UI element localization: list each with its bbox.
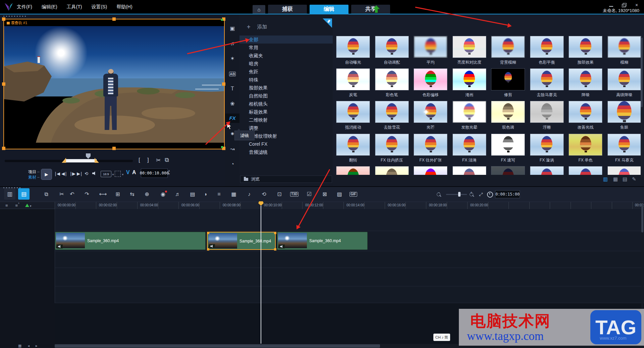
effect-色彩平衡[interactable]: ✦色彩平衡 — [528, 36, 567, 65]
category-全部[interactable]: 全部 — [239, 36, 333, 44]
fit-timeline-icon[interactable]: ⤢ — [479, 192, 483, 197]
frame-back-button[interactable]: ◀❘ — [61, 171, 67, 176]
motion-icon[interactable]: ↝ — [225, 144, 239, 154]
effect-partial-1[interactable]: ✦ — [334, 166, 373, 175]
zoom-out-icon[interactable]: − — [437, 192, 440, 198]
enlarge-preview-icon[interactable]: ⧉ — [165, 157, 169, 163]
timeline-timecode[interactable]: 0:00:15:00 — [495, 190, 520, 198]
effect-抵消摇动[interactable]: ✦抵消摇动 — [334, 101, 373, 130]
scroll-left-icon[interactable]: ◂ — [28, 344, 30, 348]
project-mode-button[interactable]: 项目 — [28, 169, 40, 175]
clip-trim-handle[interactable] — [274, 232, 276, 234]
swap-tracks-icon[interactable]: ⇆ — [127, 190, 137, 199]
title-3d-icon[interactable]: T3D — [290, 192, 299, 197]
effect-平均[interactable]: ✦平均 — [411, 36, 450, 65]
grid-view-icon[interactable]: ▦ — [613, 176, 618, 182]
effect-FX 马赛克[interactable]: ✦FX 马赛克 — [605, 134, 644, 163]
effect-炭笔[interactable]: ✦炭笔 — [334, 68, 373, 98]
category-收藏夹[interactable]: 收藏夹 — [239, 52, 333, 60]
zoom-in-icon[interactable]: + — [470, 192, 473, 198]
effect-改善光线[interactable]: ✦改善光线 — [566, 101, 605, 130]
effect-partial-3[interactable]: ✦ — [411, 166, 450, 175]
chevron-down-icon[interactable]: ▼ — [112, 173, 114, 176]
clip-trim-handle[interactable] — [207, 232, 209, 234]
add-track-icon[interactable]: ≡+ — [15, 203, 18, 208]
effect-自动曝光[interactable]: ✦自动曝光 — [334, 36, 373, 65]
speed-chart-icon[interactable]: ▨ — [335, 190, 344, 199]
category-暗房[interactable]: 暗房 — [239, 60, 333, 68]
category-相机镜头[interactable]: 相机镜头 — [239, 100, 333, 108]
redo-icon[interactable]: ↷ — [82, 190, 92, 199]
zoom-slider-thumb[interactable] — [458, 192, 461, 197]
insert-media-icon[interactable]: ⊞ — [113, 190, 122, 199]
menu-item[interactable]: 文件(F) — [17, 4, 32, 10]
category-音频滤镜[interactable]: 音频滤镜 — [239, 148, 333, 156]
menu-item[interactable]: 工具(T) — [67, 4, 82, 10]
display-icon[interactable]: ▥ — [603, 176, 608, 182]
add-chapter-icon[interactable]: ▦ — [18, 344, 21, 348]
previous-clip-button[interactable]: ❘◀ — [54, 171, 59, 176]
effect-FX 涟漪[interactable]: ✦FX 涟漪 — [450, 134, 489, 163]
timeline-ruler[interactable]: 00:00:00:0000:00:02:0000:00:04:0000:00:0… — [55, 202, 644, 209]
home-tab-button[interactable]: ⌂ — [253, 5, 265, 14]
effect-partial-7[interactable]: ✦ — [566, 166, 605, 175]
graphics-icon[interactable]: ❀ — [225, 99, 239, 109]
browse-bar[interactable]: 浏览 — [240, 176, 332, 183]
effect-模糊[interactable]: ✦模糊 — [605, 36, 644, 65]
effect-色彩偏移[interactable]: ✦色彩偏移 — [411, 68, 450, 98]
effect-partial-4[interactable]: ✦ — [450, 166, 489, 175]
menu-item[interactable]: 设置(S) — [91, 4, 107, 10]
mark-in-icon[interactable]: [ — [139, 157, 140, 163]
effect-partial-5[interactable]: ✦ — [489, 166, 528, 175]
clip-trim-handle[interactable] — [207, 248, 209, 251]
effect-FX 漩涡[interactable]: ✦FX 漩涡 — [528, 134, 567, 163]
gif-creator-icon[interactable]: GIF — [350, 192, 357, 197]
timeline-clip[interactable]: Sample_360.mp4 — [207, 232, 276, 250]
motion-tracking-icon[interactable]: ⟲ — [259, 190, 269, 199]
category-Corel FX[interactable]: Corel FX — [239, 140, 333, 148]
effect-双色调[interactable]: ✦双色调 — [489, 101, 528, 130]
tab-捕获[interactable]: 捕获 — [268, 5, 307, 14]
duration-clock-icon[interactable] — [487, 192, 493, 198]
template-icon[interactable]: ✶ — [225, 54, 239, 63]
rotate-handle[interactable] — [221, 19, 223, 21]
timeline-clip[interactable]: Sample_360.mp4 — [55, 232, 206, 250]
playhead-line[interactable] — [261, 206, 261, 344]
add-row[interactable]: + 添加 — [247, 23, 267, 30]
tab-编辑[interactable]: 编辑 — [310, 5, 348, 14]
timeline-clip[interactable]: Sample_360.mp4 — [277, 232, 368, 250]
list-view-icon[interactable]: ▤ — [623, 176, 627, 182]
ime-language-badge[interactable]: CH ♪ 简 — [433, 334, 450, 341]
effect-去除雪花[interactable]: ✦去除雪花 — [373, 101, 412, 130]
pin-corner-icon[interactable] — [323, 18, 332, 28]
effect-高级降噪[interactable]: ✦高级降噪 — [605, 68, 644, 98]
effect-脸部效果[interactable]: ✦脸部效果 — [566, 36, 605, 65]
av-indicator-icon[interactable]: ▼ — [25, 203, 32, 208]
enlarge-timeline-icon[interactable]: ⊕ — [142, 190, 152, 199]
selection-tool-icon[interactable] — [115, 171, 121, 177]
resize-handle[interactable] — [2, 82, 5, 86]
audio-toggle[interactable]: A — [132, 169, 136, 176]
speed-icon[interactable]: ◔ — [225, 159, 239, 169]
frame-forward-button[interactable]: ❘▶ — [69, 171, 75, 176]
chevron-down-icon[interactable]: ▼ — [121, 173, 124, 176]
effect-光芒[interactable]: ✦光芒 — [411, 101, 450, 130]
trim-range[interactable] — [66, 159, 97, 162]
resize-handle[interactable] — [222, 82, 225, 86]
vertical-scrollbar-thumb[interactable] — [641, 203, 643, 232]
repeat-button[interactable]: ⟲ — [85, 171, 88, 176]
effect-亮度和对比度[interactable]: ✦亮度和对比度 — [450, 36, 489, 65]
effects-scrollbar-thumb[interactable] — [641, 38, 643, 107]
transition-icon[interactable]: AB — [225, 69, 239, 78]
category-常用[interactable]: 常用 — [239, 44, 333, 52]
effect-降噪[interactable]: ✦降噪 — [566, 68, 605, 98]
preview-timecode[interactable]: 00:00:10.000 — [141, 168, 168, 178]
resize-handle[interactable] — [2, 147, 5, 150]
timeline-view-button[interactable]: ▤ — [18, 188, 30, 200]
category-焦距[interactable]: 焦距 — [239, 68, 333, 76]
effect-修剪[interactable]: ✦修剪 — [489, 68, 528, 98]
volume-button[interactable] — [92, 171, 96, 176]
track-list-icon[interactable]: ≡ — [5, 203, 8, 208]
scroll-right-icon[interactable]: ▸ — [36, 344, 38, 348]
effect-鱼眼[interactable]: ✦鱼眼 — [605, 101, 644, 130]
